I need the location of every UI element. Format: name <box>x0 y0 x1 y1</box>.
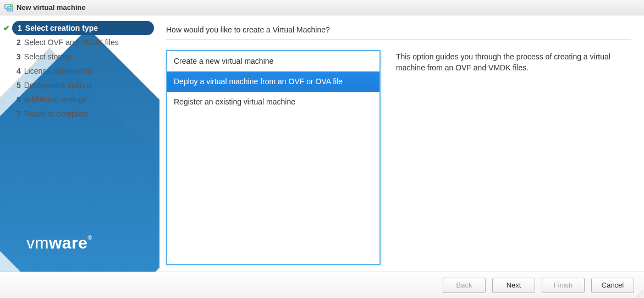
wizard-step-license-agreements[interactable]: ✔ 4 License agreements <box>0 64 159 78</box>
wizard-step-select-ovf-vmdk[interactable]: ✔ 2 Select OVF and VMDK files <box>0 35 159 49</box>
divider <box>166 40 631 40</box>
wizard-step-number: 2 <box>16 38 21 47</box>
wizard-step-number: 5 <box>16 81 21 90</box>
content-columns: Create a new virtual machine Deploy a vi… <box>166 50 631 265</box>
wizard-step-ready-to-complete[interactable]: ✔ 7 Ready to complete <box>0 107 159 121</box>
wizard-step-label: Select storage <box>24 52 74 61</box>
wizard-body: ✔ 1 Select creation type ✔ 2 Select OVF … <box>0 15 644 272</box>
wizard-step-number: 1 <box>18 24 22 32</box>
wizard-step-label: Ready to complete <box>24 109 89 118</box>
wizard-step-label: Additional settings <box>24 95 87 104</box>
wizard-step-additional-settings[interactable]: ✔ 6 Additional settings <box>0 92 159 107</box>
svg-rect-2 <box>8 7 12 10</box>
creation-type-listbox[interactable]: Create a new virtual machine Deploy a vi… <box>166 50 381 265</box>
listbox-spacer <box>167 112 379 264</box>
wizard-footer: Back Next Finish Cancel <box>0 272 644 298</box>
checkmark-icon: ✔ <box>3 24 10 32</box>
window-titlebar: New virtual machine <box>0 0 644 15</box>
page-subtitle: How would you like to create a Virtual M… <box>166 25 631 34</box>
resize-grip-icon[interactable] <box>636 290 643 297</box>
option-label: Deploy a virtual machine from an OVF or … <box>174 77 343 86</box>
wizard-step-label: Deployment options <box>24 81 92 90</box>
wizard-step-label: License agreements <box>24 67 93 75</box>
wizard-step-number: 7 <box>16 109 21 118</box>
wizard-step-select-creation-type[interactable]: ✔ 1 Select creation type <box>12 21 154 35</box>
finish-button[interactable]: Finish <box>542 278 585 293</box>
option-deploy-ovf-ova[interactable]: Deploy a virtual machine from an OVF or … <box>167 71 379 92</box>
wizard-step-deployment-options[interactable]: ✔ 5 Deployment options <box>0 78 159 92</box>
window-title: New virtual machine <box>16 3 86 12</box>
brand-bold: ware <box>49 234 87 252</box>
wizard-steps-list: ✔ 1 Select creation type ✔ 2 Select OVF … <box>0 15 159 126</box>
option-register-existing-vm[interactable]: Register an existing virtual machine <box>167 92 379 112</box>
brand-pre: vm <box>26 234 49 252</box>
back-button[interactable]: Back <box>443 278 486 293</box>
wizard-step-label: Select OVF and VMDK files <box>24 38 119 47</box>
wizard-step-number: 6 <box>16 95 21 104</box>
wizard-step-label: Select creation type <box>25 24 98 32</box>
vmware-logo: vmware® <box>26 234 92 252</box>
option-create-new-vm[interactable]: Create a new virtual machine <box>167 51 379 71</box>
wizard-main: Select creation type How would you like … <box>159 15 644 272</box>
option-label: Register an existing virtual machine <box>174 97 295 106</box>
wizard-step-number: 3 <box>16 52 21 61</box>
wizard-sidebar: ✔ 1 Select creation type ✔ 2 Select OVF … <box>0 15 159 272</box>
option-label: Create a new virtual machine <box>174 57 273 65</box>
cancel-button[interactable]: Cancel <box>591 278 634 293</box>
registered-icon: ® <box>87 235 92 241</box>
wizard-step-number: 4 <box>16 67 21 75</box>
wizard-step-select-storage[interactable]: ✔ 3 Select storage <box>0 49 159 64</box>
next-button[interactable]: Next <box>492 278 535 293</box>
option-description: This option guides you through the proce… <box>396 50 631 265</box>
vm-icon <box>4 3 13 12</box>
page-title-cropped: Select creation type <box>166 15 631 21</box>
